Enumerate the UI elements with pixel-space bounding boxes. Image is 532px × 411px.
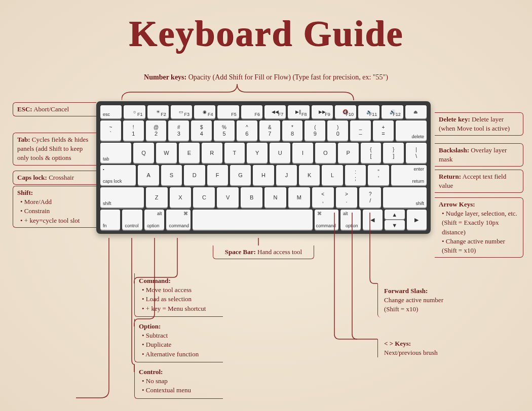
- number-row: ~` !1 @2 #3 $4 %5 ^6 &7 *8 (9 )0 _– += d…: [100, 120, 427, 141]
- key-s[interactable]: S: [161, 165, 182, 185]
- key-up[interactable]: ▲: [385, 210, 404, 219]
- key-f2[interactable]: ☀F2: [147, 105, 169, 118]
- key-y[interactable]: Y: [247, 143, 268, 163]
- key-rbracket[interactable]: }]: [383, 143, 404, 163]
- space-callout: Space Bar: Hand access tool: [213, 245, 314, 259]
- key-fn[interactable]: fn: [100, 210, 120, 230]
- backslash-callout: Backslash: Overlay layer mask: [435, 143, 523, 167]
- brackets-callout: < > Keys: Next/previous brush: [377, 339, 464, 357]
- key-p[interactable]: P: [338, 143, 359, 163]
- key-l[interactable]: L: [322, 165, 343, 185]
- key-semicolon[interactable]: :;: [345, 165, 366, 185]
- key-down[interactable]: ▼: [385, 220, 404, 230]
- key-m[interactable]: M: [288, 187, 310, 208]
- key-command-left[interactable]: ⌘command: [166, 210, 190, 230]
- key-f3[interactable]: ▭F3: [171, 105, 192, 118]
- key-backslash[interactable]: |\: [406, 143, 427, 163]
- key-f5[interactable]: F5: [217, 105, 239, 118]
- key-quote[interactable]: "': [368, 165, 389, 185]
- key-plus[interactable]: +=: [373, 120, 394, 141]
- key-f10[interactable]: 🔇F10: [335, 105, 356, 118]
- key-t[interactable]: T: [224, 143, 245, 163]
- key-d[interactable]: D: [184, 165, 205, 185]
- key-v[interactable]: V: [217, 187, 239, 208]
- key-eject[interactable]: ⏏: [405, 105, 427, 118]
- key-g[interactable]: G: [230, 165, 251, 185]
- key-period[interactable]: >.: [336, 187, 358, 208]
- key-5[interactable]: %5: [214, 120, 235, 141]
- key-control[interactable]: control: [122, 210, 142, 230]
- key-option-right[interactable]: altoption: [340, 210, 360, 230]
- key-z[interactable]: Z: [146, 187, 168, 208]
- key-f8[interactable]: ▶‖F8: [288, 105, 309, 118]
- key-return[interactable]: enterreturn: [391, 165, 427, 185]
- key-b[interactable]: B: [241, 187, 262, 208]
- delete-callout: Delete key: Delete layer (when Move tool…: [435, 112, 523, 136]
- capslock-callout: Caps lock: Crosshair: [13, 171, 96, 185]
- key-h[interactable]: H: [253, 165, 274, 185]
- key-3[interactable]: #3: [168, 120, 189, 141]
- key-c[interactable]: C: [193, 187, 215, 208]
- key-right[interactable]: ▶: [407, 210, 427, 230]
- key-f6[interactable]: F6: [241, 105, 262, 118]
- key-space[interactable]: [193, 210, 313, 230]
- key-shift-left[interactable]: shift: [100, 187, 144, 208]
- key-r[interactable]: R: [202, 143, 222, 163]
- key-7[interactable]: &7: [259, 120, 280, 141]
- key-f7[interactable]: ◀◀F7: [264, 105, 286, 118]
- number-keys-brace: [122, 82, 355, 102]
- key-o[interactable]: O: [315, 143, 336, 163]
- command-callout: Command: Move tool access Load as select…: [134, 273, 223, 317]
- key-2[interactable]: @2: [146, 120, 167, 141]
- key-6[interactable]: ^6: [237, 120, 257, 141]
- return-callout: Return: Accept text field value: [435, 170, 523, 193]
- key-command-right[interactable]: ⌘command: [315, 210, 338, 230]
- key-j[interactable]: J: [276, 165, 297, 185]
- page-title: Keyboard Guide: [0, 0, 532, 55]
- key-f11[interactable]: 🔉F11: [358, 105, 379, 118]
- key-comma[interactable]: <,: [312, 187, 334, 208]
- option-callout: Option: Subtract Duplicate Alternative f…: [134, 319, 223, 362]
- key-tilde[interactable]: ~`: [100, 120, 121, 141]
- fwdslash-callout: Forward Slash: Change active number (Shi…: [377, 283, 464, 317]
- key-e[interactable]: E: [179, 143, 200, 163]
- key-capslock[interactable]: •caps lock: [100, 165, 136, 185]
- key-u[interactable]: U: [270, 143, 290, 163]
- function-row: esc ☼F1 ☀F2 ▭F3 ◉F4 F5 F6 ◀◀F7 ▶‖F8 ▶▶F9…: [100, 105, 427, 118]
- key-shift-right[interactable]: shift: [383, 187, 427, 208]
- esc-callout: ESC: Abort/Cancel: [13, 102, 96, 116]
- shift-row: shift Z X C V B N M <, >. ?/ shift: [100, 187, 427, 208]
- key-tab[interactable]: tab: [100, 143, 131, 163]
- key-4[interactable]: $4: [191, 120, 212, 141]
- key-9[interactable]: (9: [305, 120, 325, 141]
- key-w[interactable]: W: [156, 143, 177, 163]
- key-n[interactable]: N: [264, 187, 286, 208]
- key-i[interactable]: I: [292, 143, 313, 163]
- key-0[interactable]: )0: [327, 120, 348, 141]
- keyboard: esc ☼F1 ☀F2 ▭F3 ◉F4 F5 F6 ◀◀F7 ▶‖F8 ▶▶F9…: [96, 101, 431, 234]
- key-q[interactable]: Q: [133, 143, 154, 163]
- key-left[interactable]: ◀: [363, 210, 383, 230]
- key-slash[interactable]: ?/: [359, 187, 381, 208]
- key-a[interactable]: A: [138, 165, 159, 185]
- arrow-callout: Arrow Keys: Nudge layer, selection, etc.…: [435, 197, 523, 258]
- key-lbracket[interactable]: {[: [361, 143, 382, 163]
- key-f[interactable]: F: [207, 165, 228, 185]
- qwerty-row: tab Q W E R T Y U I O P {[ }] |\: [100, 143, 427, 163]
- key-esc[interactable]: esc: [100, 105, 122, 118]
- key-1[interactable]: !1: [123, 120, 144, 141]
- key-8[interactable]: *8: [282, 120, 303, 141]
- key-f1[interactable]: ☼F1: [124, 105, 145, 118]
- key-f9[interactable]: ▶▶F9: [312, 105, 333, 118]
- key-delete[interactable]: delete: [396, 120, 427, 141]
- bottom-row: fn control altoption ⌘command ⌘command a…: [100, 210, 427, 230]
- key-f4[interactable]: ◉F4: [194, 105, 215, 118]
- number-keys-callout: Number keys: Opacity (Add Shift for Fill…: [144, 73, 388, 81]
- home-row: •caps lock A S D F G H J K L :; "' enter…: [100, 165, 427, 185]
- key-x[interactable]: X: [170, 187, 192, 208]
- key-k[interactable]: K: [299, 165, 320, 185]
- key-option-left[interactable]: altoption: [144, 210, 164, 230]
- shift-callout: Shift: More/Add Constrain + key=cycle to…: [13, 186, 96, 228]
- key-f12[interactable]: 🔊F12: [382, 105, 403, 118]
- key-dash[interactable]: _–: [350, 120, 371, 141]
